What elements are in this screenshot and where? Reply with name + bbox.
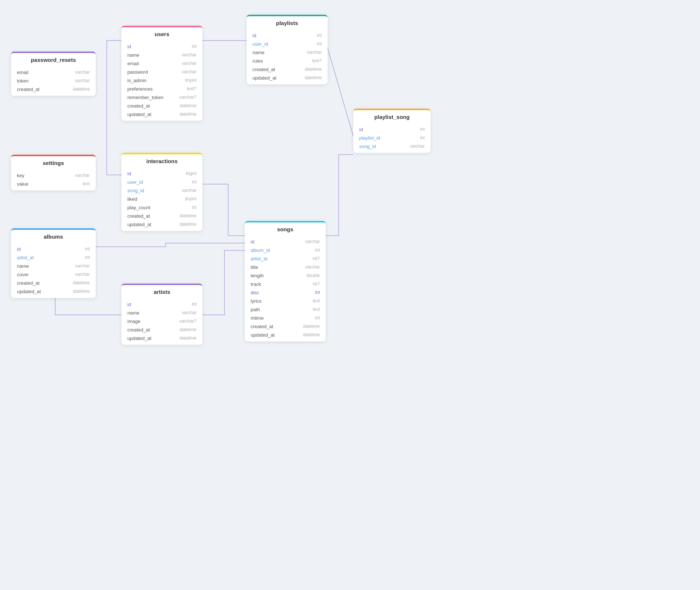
table-row: idint (353, 125, 431, 134)
field-name: created_at (251, 324, 273, 329)
conn-playlists-playlistsong (328, 48, 353, 136)
table-interactions: interactionsidbigintuser_idintsong_idvar… (121, 153, 202, 231)
table-playlists: playlistsidintuser_idintnamevarcharrules… (247, 15, 328, 84)
table-row: play_countint (121, 203, 202, 212)
table-row: created_atdatetime (121, 212, 202, 220)
field-type: varchar (75, 78, 90, 84)
field-name: name (127, 310, 139, 316)
table-albums: albumsidintartist_idintnamevarcharcoverv… (11, 228, 96, 298)
table-row: namevarchar (247, 48, 328, 57)
field-type: int (192, 302, 197, 307)
field-type: varchar (182, 69, 197, 75)
field-name: updated_at (251, 332, 275, 338)
field-type: datetime (180, 112, 197, 117)
field-name: artist_id (251, 256, 268, 261)
field-name: name (127, 52, 139, 58)
field-name: album_id (251, 247, 270, 253)
table-row: titlevarchar (245, 263, 326, 271)
field-type: varchar (305, 264, 320, 270)
table-header-artists: artists (121, 284, 202, 298)
table-row: idvarchar (245, 238, 326, 246)
field-name: id (359, 127, 363, 132)
table-row: playlist_idint (353, 134, 431, 142)
field-type: datetime (180, 327, 197, 333)
field-name: created_at (252, 67, 275, 72)
table-header-users: users (121, 26, 202, 40)
field-name: user_id (252, 41, 268, 47)
field-name: email (17, 70, 28, 75)
field-type: int? (313, 281, 320, 287)
conn-interactions-songs (202, 184, 245, 236)
table-row: preferencestext? (121, 85, 202, 93)
field-type: datetime (73, 87, 90, 92)
table-row: tokenvarchar (11, 77, 96, 85)
table-row: discint (245, 288, 326, 297)
field-name: disc (251, 290, 259, 295)
table-row: passwordvarchar (121, 68, 202, 76)
field-type: int (315, 290, 320, 295)
table-row: updated_atdatetime (121, 220, 202, 229)
field-name: updated_at (127, 222, 151, 227)
field-type: varchar (182, 61, 197, 66)
field-type: int (192, 179, 197, 185)
field-name: name (17, 263, 29, 269)
field-type: varchar (305, 239, 320, 245)
field-name: updated_at (127, 336, 151, 341)
field-name: id (251, 239, 254, 245)
table-settings: settingskeyvarcharvaluetext (11, 155, 96, 190)
field-type: datetime (73, 289, 90, 294)
table-songs: songsidvarcharalbum_idintartist_idint?ti… (245, 221, 326, 341)
field-name: rules (252, 58, 263, 64)
table-row: artist_idint? (245, 254, 326, 263)
field-name: id (17, 246, 21, 252)
field-type: varchar (182, 310, 197, 316)
table-body-artists: idintnamevarcharimagevarchar?created_atd… (121, 298, 202, 345)
field-type: text? (187, 86, 197, 92)
field-type: varchar (75, 173, 90, 178)
table-row: emailvarchar (121, 59, 202, 68)
field-name: name (252, 50, 265, 55)
table-row: remember_tokenvarchar? (121, 93, 202, 102)
table-row: emailvarchar (11, 68, 96, 77)
field-name: token (17, 78, 29, 84)
field-name: id (127, 302, 131, 307)
field-name: key (17, 173, 24, 178)
table-body-users: idintnamevarcharemailvarcharpasswordvarc… (121, 40, 202, 121)
field-type: int (317, 33, 322, 38)
table-row: namevarchar (11, 262, 96, 270)
table-body-albums: idintartist_idintnamevarcharcovervarchar… (11, 243, 96, 298)
field-name: created_at (127, 213, 150, 219)
field-name: artist_id (17, 255, 34, 260)
table-row: song_idvarchar (353, 142, 431, 151)
field-type: int (420, 135, 425, 141)
field-type: int (420, 127, 425, 132)
table-row: keyvarchar (11, 171, 96, 180)
field-name: song_id (359, 144, 376, 149)
field-type: int (192, 205, 197, 210)
conn-albums-songs (96, 243, 245, 247)
table-row: is_admintinyint (121, 76, 202, 85)
connections-layer (0, 0, 700, 590)
table-playlist_song: playlist_songidintplaylist_idintsong_idv… (353, 109, 431, 153)
table-row: song_idvarchar (121, 186, 202, 195)
table-body-playlist_song: idintplaylist_idintsong_idvarchar (353, 123, 431, 153)
table-row: updated_atdatetime (121, 334, 202, 343)
table-header-playlists: playlists (247, 15, 328, 29)
table-row: valuetext (11, 180, 96, 188)
table-row: created_atdatetime (121, 326, 202, 334)
field-name: title (251, 264, 258, 270)
field-type: varchar (182, 188, 197, 193)
table-row: likedtinyint (121, 195, 202, 203)
table-row: artist_idint (11, 253, 96, 262)
table-row: idint (121, 300, 202, 309)
table-row: created_atdatetime (11, 279, 96, 287)
field-type: bigint (186, 171, 197, 176)
field-type: datetime (303, 324, 320, 329)
field-name: created_at (17, 87, 39, 92)
table-header-password_resets: password_resets (11, 52, 96, 66)
table-row: mtimeint (245, 314, 326, 322)
table-row: pathtext (245, 305, 326, 314)
field-type: int (85, 246, 90, 252)
field-name: liked (127, 196, 137, 202)
table-row: idint (121, 42, 202, 51)
